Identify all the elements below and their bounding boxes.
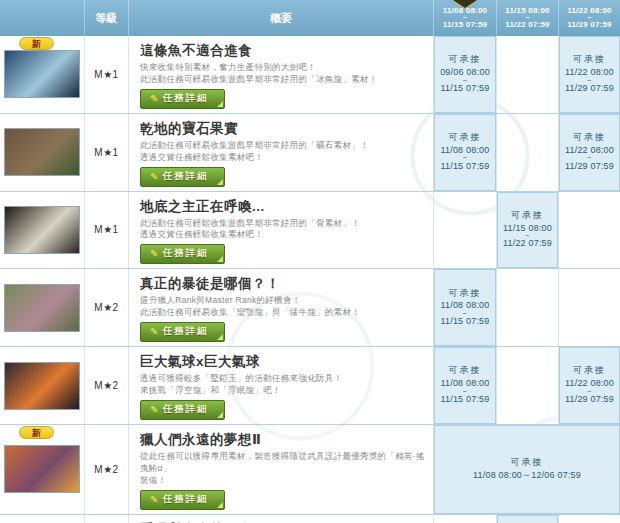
button-corner-decoration-icon [217,101,223,107]
quest-level: M★2 [84,269,128,346]
period-end: 11/29 07:59 [567,20,611,30]
header-cell-summary: 概要 [128,0,433,36]
quest-summary: 乾地的寶石果實此活動任務可輕易收集遊戲早期非常好用的「礦石素材」！透過交貨任務輕… [128,114,433,191]
quest-thumbnail [4,50,80,98]
availability-label: 可承接 [511,210,544,222]
quest-detail-button[interactable]: ✎任務詳細 [140,400,225,420]
availability-cell: 可承接11/22 08:00~11/29 07:59 [558,36,620,113]
quest-row: 新M★1這條魚不適合進食快來收集特別素材，奮力生產特別的大劍吧！此活動任務可輕易… [0,36,620,113]
availability-cell: 可承接11/15 08:00~11/22 07:59 [496,192,558,269]
availability-cell [558,269,620,346]
quest-description: 此活動任務可輕易收集遊戲早期非常好用的「礦石素材」！透過交貨任務輕鬆收集素材吧！ [140,140,425,164]
availability-cell [496,36,558,113]
availability-label: 可承接 [511,457,544,469]
availability-end: 11/15 07:59 [440,161,489,173]
quest-summary: 睡眠與麻痺的組合提升獵人Rank與Master Rank的好機會！此活動任務有較… [128,515,433,523]
period-end: 11/22 07:59 [505,20,549,30]
availability-range: 11/08 08:00～12/06 07:59 [473,470,581,482]
quest-thumbnail [4,445,80,493]
quest-level: M★1 [84,192,128,269]
quest-row: M★2睡眠與麻痺的組合提升獵人Rank與Master Rank的好機會！此活動任… [0,514,620,523]
button-corner-decoration-icon [217,256,223,262]
availability-end: 11/15 07:59 [440,316,489,328]
quest-thumbnail [4,284,80,332]
quest-thumbnail [4,206,80,254]
availability-cell: 可承接11/15 08:00~11/22 07:59 [496,515,558,523]
availability-cell: 可承接11/08 08:00～12/06 07:59 [433,425,620,514]
detail-button-label: 任務詳細 [162,247,208,260]
detail-button-label: 任務詳細 [162,170,208,183]
quest-row: M★2巨大氣球x巨大氣球透過可獲得較多「堅鎧玉」的活動任務來強化防具！來挑戰「浮… [0,346,620,424]
quest-summary: 巨大氣球x巨大氣球透過可獲得較多「堅鎧玉」的活動任務來強化防具！來挑戰「浮空龍」… [128,347,433,424]
availability-cell: 可承接11/08 08:00~11/15 07:59 [433,114,496,191]
pencil-icon: ✎ [150,326,158,337]
quest-level: M★1 [84,114,128,191]
button-corner-decoration-icon [217,179,223,185]
quest-summary: 獵人們永遠的夢想Ⅱ從此任務可以獲得專用素材，製造獲得隨從武具設計最優秀獎的「精英… [128,425,433,514]
quest-level: M★1 [84,36,128,113]
availability-cell [433,515,496,523]
quest-row: M★1地底之主正在呼喚...此活動任務可輕鬆收集遊戲早期非常好用的「骨素材」！透… [0,191,620,269]
detail-button-label: 任務詳細 [162,92,208,105]
quest-summary: 地底之主正在呼喚...此活動任務可輕鬆收集遊戲早期非常好用的「骨素材」！透過交貨… [128,192,433,269]
header-period-2: 11/15 08:00 ~ 11/22 07:59 [496,0,558,36]
availability-label: 可承接 [449,132,482,144]
availability-end: 11/15 07:59 [440,394,489,406]
button-corner-decoration-icon [217,334,223,340]
quest-detail-button[interactable]: ✎任務詳細 [140,322,225,342]
quest-thumbnail-cell [0,114,84,191]
quest-detail-button[interactable]: ✎任務詳細 [140,490,225,510]
quest-title: 巨大氣球x巨大氣球 [140,353,425,371]
quest-thumbnail-cell: 新 [0,36,84,113]
availability-end: 11/29 07:59 [565,161,614,173]
new-badge: 新 [19,37,54,50]
availability-label: 可承接 [449,288,482,300]
detail-button-label: 任務詳細 [162,403,208,416]
pencil-icon: ✎ [150,171,158,182]
quest-summary: 這條魚不適合進食快來收集特別素材，奮力生產特別的大劍吧！此活動任務可輕易收集遊戲… [128,36,433,113]
detail-button-label: 任務詳細 [162,493,208,506]
quest-title: 真正的暴徒是哪個？！ [140,275,425,293]
availability-cell: 可承接11/08 08:00~11/15 07:59 [433,347,496,424]
period-end: 11/15 07:59 [443,20,487,30]
availability-cell: 可承接11/22 08:00~11/29 07:59 [558,114,620,191]
quest-summary: 真正的暴徒是哪個？！提升獵人Rank與Master Rank的好機會！此活動任務… [128,269,433,346]
quest-row: M★1乾地的寶石果實此活動任務可輕易收集遊戲早期非常好用的「礦石素材」！透過交貨… [0,113,620,191]
availability-label: 可承接 [449,365,482,377]
quest-title: 乾地的寶石果實 [140,120,425,138]
quest-row: 新M★2獵人們永遠的夢想Ⅱ從此任務可以獲得專用素材，製造獲得隨從武具設計最優秀獎… [0,424,620,514]
quest-detail-button[interactable]: ✎任務詳細 [140,167,225,187]
quest-description: 此活動任務可輕鬆收集遊戲早期非常好用的「骨素材」！透過交貨任務輕鬆收集素材吧！ [140,218,425,242]
quest-thumbnail [4,128,80,176]
availability-label: 可承接 [449,54,482,66]
quest-level: M★2 [84,347,128,424]
quest-level: M★2 [84,425,128,514]
quest-description: 提升獵人Rank與Master Rank的好機會！此活動任務可輕易收集「蠻顎龍」… [140,295,425,319]
quest-thumbnail-cell [0,347,84,424]
pencil-icon: ✎ [150,93,158,104]
quest-thumbnail-cell [0,192,84,269]
detail-button-label: 任務詳細 [162,325,208,338]
quest-detail-button[interactable]: ✎任務詳細 [140,244,225,264]
availability-end: 11/22 07:59 [503,238,552,250]
availability-cell: 可承接09/06 08:00~11/15 07:59 [433,36,496,113]
availability-cell [496,114,558,191]
availability-cell [558,515,620,523]
quest-description: 從此任務可以獲得專用素材，製造獲得隨從武具設計最優秀獎的「精英·搖曳鮪α」裝備！ [140,451,425,487]
current-period-arrow-icon [453,0,477,8]
availability-end: 11/29 07:59 [565,394,614,406]
availability-cell: 可承接11/08 08:00~11/15 07:59 [433,269,496,346]
quest-description: 快來收集特別素材，奮力生產特別的大劍吧！此活動任務可輕易收集遊戲早期非常好用的「… [140,62,425,86]
new-badge: 新 [19,426,54,439]
quest-row: M★2真正的暴徒是哪個？！提升獵人Rank與Master Rank的好機會！此活… [0,268,620,346]
quest-detail-button[interactable]: ✎任務詳細 [140,89,225,109]
pencil-icon: ✎ [150,248,158,259]
table-header: 等級 概要 11/08 08:00 ~ 11/15 07:59 11/15 08… [0,0,620,36]
header-period-3: 11/22 08:00 ~ 11/29 07:59 [558,0,620,36]
quest-title: 獵人們永遠的夢想Ⅱ [140,431,425,449]
button-corner-decoration-icon [217,502,223,508]
quest-title: 地底之主正在呼喚... [140,198,425,216]
quest-level: M★2 [84,515,128,523]
availability-cell [496,269,558,346]
availability-cell [496,347,558,424]
